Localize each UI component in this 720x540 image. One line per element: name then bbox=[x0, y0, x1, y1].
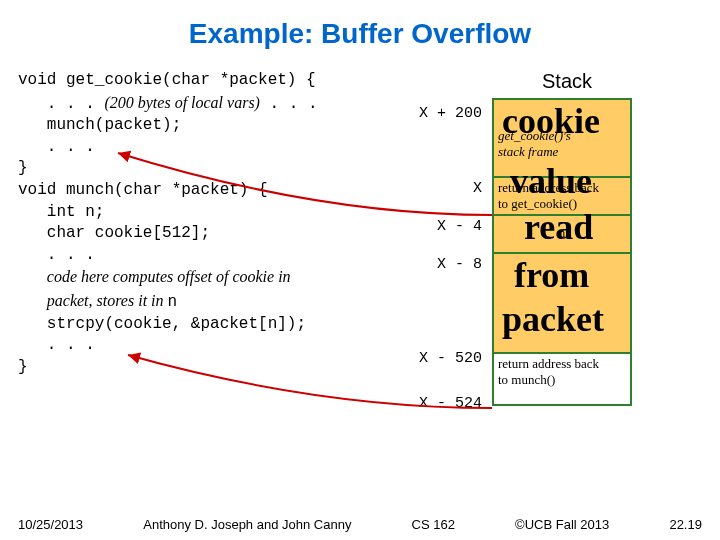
addr-label: X bbox=[402, 180, 482, 197]
code-line: strcpy(cookie, &packet[n]); bbox=[18, 315, 306, 333]
stack-cell-cookie-buf bbox=[494, 254, 630, 354]
stack-cell-frame: get_cookie()'s stack frame bbox=[494, 100, 630, 178]
addr-label: X - 4 bbox=[402, 218, 482, 235]
addr-label: X - 8 bbox=[402, 256, 482, 273]
code-line: . . . bbox=[18, 336, 95, 354]
code-italic: packet, stores it in bbox=[47, 292, 168, 309]
cell-text: return address back bbox=[498, 180, 599, 195]
footer-authors: Anthony D. Joseph and John Canny bbox=[143, 517, 351, 532]
footer-slide-number: 22.19 bbox=[669, 517, 702, 532]
footer-course: CS 162 bbox=[412, 517, 455, 532]
footer-copyright: ©UCB Fall 2013 bbox=[515, 517, 609, 532]
slide-title: Example: Buffer Overflow bbox=[0, 0, 720, 50]
cell-text: return address back bbox=[498, 356, 599, 371]
code-line: . . . bbox=[18, 246, 95, 264]
code-block: void get_cookie(char *packet) { . . . (2… bbox=[18, 70, 438, 378]
code-line: . . . bbox=[18, 138, 95, 156]
code-line: char cookie[512]; bbox=[18, 224, 210, 242]
code-line: . . . bbox=[18, 95, 104, 113]
footer-date: 10/25/2013 bbox=[18, 517, 83, 532]
code-line: munch(packet); bbox=[18, 116, 181, 134]
code-italic: code here computes offset of cookie in bbox=[47, 268, 291, 285]
code-n: n bbox=[168, 293, 178, 311]
addr-label: X - 524 bbox=[402, 395, 482, 412]
slide-footer: 10/25/2013 Anthony D. Joseph and John Ca… bbox=[18, 517, 702, 532]
code-italic: (200 bytes of local vars) bbox=[104, 94, 260, 111]
addr-label: X + 200 bbox=[402, 105, 482, 122]
code-line: int n; bbox=[18, 203, 104, 221]
stack-box: get_cookie()'s stack frame return addres… bbox=[492, 98, 632, 406]
cell-text: get_cookie()'s bbox=[498, 128, 571, 143]
addr-label: X - 520 bbox=[402, 350, 482, 367]
code-line: } bbox=[18, 358, 28, 376]
cell-text: n bbox=[559, 225, 566, 240]
cell-text: to munch() bbox=[498, 372, 555, 387]
stack-diagram: Stack X + 200 X X - 4 X - 8 X - 520 X - … bbox=[402, 70, 702, 470]
cell-text: to get_cookie() bbox=[498, 196, 577, 211]
code-line: } bbox=[18, 159, 28, 177]
code-line: . . . bbox=[260, 95, 318, 113]
stack-heading: Stack bbox=[542, 70, 592, 93]
slide-content: void get_cookie(char *packet) { . . . (2… bbox=[18, 70, 702, 490]
stack-cell-ret2: return address back to munch() bbox=[494, 354, 630, 404]
stack-cell-n: n bbox=[494, 216, 630, 254]
code-line: void munch(char *packet) { bbox=[18, 181, 268, 199]
stack-cell-ret1: return address back to get_cookie() bbox=[494, 178, 630, 216]
code-line: void get_cookie(char *packet) { bbox=[18, 71, 316, 89]
cell-text: stack frame bbox=[498, 144, 558, 159]
